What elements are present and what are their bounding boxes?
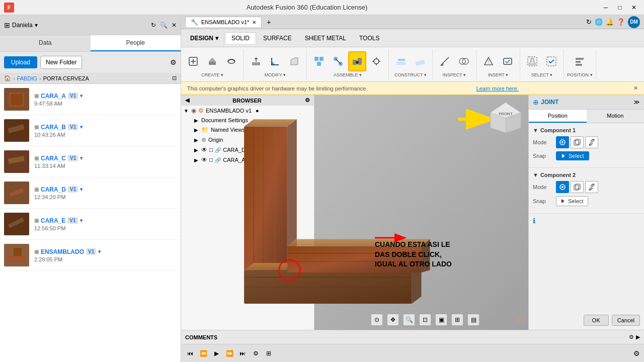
create-new-component-btn[interactable] <box>184 51 202 71</box>
user-info[interactable]: ⊞ Daniela ▾ <box>4 21 38 29</box>
mode-link-btn-2[interactable] <box>585 181 598 193</box>
display-settings-btn[interactable]: ▣ <box>435 314 447 326</box>
list-item[interactable]: ▣ CARA_A V1 ▾ 9:47:58 AM <box>0 84 181 115</box>
component2-collapse-icon[interactable]: ▼ <box>533 172 538 178</box>
settings-icon[interactable]: ⚙ <box>170 58 177 66</box>
tab-position[interactable]: Position <box>529 110 587 123</box>
navigation-cube[interactable]: FRONT <box>488 100 523 135</box>
design-dropdown[interactable]: DESIGN ▾ <box>185 28 224 48</box>
list-item[interactable]: ▣ CARA_E V1 ▾ 12:56:50 PM <box>0 209 181 240</box>
notification-icon[interactable]: 🔔 <box>606 18 614 26</box>
offset-plane-btn[interactable] <box>392 51 410 71</box>
version-dropdown-icon[interactable]: ▾ <box>80 93 83 99</box>
timeline-settings-right[interactable]: ⚙ <box>633 349 640 357</box>
timeline-prev-btn[interactable]: ⏪ <box>198 348 208 358</box>
select-filter-btn[interactable] <box>523 51 541 71</box>
version-dropdown-icon[interactable]: ▾ <box>80 124 83 130</box>
tab-tools[interactable]: TOOLS <box>353 33 385 44</box>
version-dropdown-icon[interactable]: ▾ <box>80 155 83 161</box>
viewport[interactable]: ◀ BROWSER ⚙ ▼ ◉ ⚙ ENSAMBLADO v1 ● ▶ D <box>181 95 528 330</box>
close-button[interactable]: ✕ <box>628 2 640 14</box>
timeline-step-icon[interactable]: ⊞ <box>264 348 274 358</box>
mode-link-btn-1[interactable] <box>585 136 598 148</box>
press-pull-btn[interactable] <box>247 51 265 71</box>
tab-data[interactable]: Data <box>0 35 91 51</box>
new-component-btn[interactable] <box>310 51 328 71</box>
list-item[interactable]: ▣ CARA_C V1 ▾ 11:33:14 AM <box>0 146 181 177</box>
align-btn[interactable] <box>571 51 589 71</box>
timeline-settings-icon[interactable]: ⚙ <box>251 348 261 358</box>
performance-warning-icon[interactable]: ⚠ <box>517 314 524 324</box>
mode-copy-btn-2[interactable] <box>571 181 584 193</box>
browser-collapse-icon[interactable]: ◀ <box>185 97 189 104</box>
tab-item[interactable]: 🔧 ENSAMBLADO v1* ✕ <box>185 17 262 27</box>
list-item[interactable]: ▣ CARA_D V1 ▾ 12:34:20 PM <box>0 177 181 209</box>
home-tab-icon[interactable]: 🌐 <box>595 18 603 26</box>
close-panel-icon[interactable]: ✕ <box>172 22 177 29</box>
fit-btn[interactable]: ⊡ <box>419 314 431 326</box>
measure-btn[interactable] <box>436 51 454 71</box>
tab-close-icon[interactable]: ✕ <box>252 20 256 25</box>
select-box-btn[interactable] <box>542 51 560 71</box>
timeline-next-btn[interactable]: ⏩ <box>224 348 234 358</box>
mode-copy-btn-1[interactable] <box>571 136 584 148</box>
help-icon[interactable]: ❓ <box>617 18 625 26</box>
timeline-end-btn[interactable]: ⏭ <box>237 348 248 358</box>
list-item[interactable]: ▣ ENSAMBLADO V1 ▾ 2:29:05 PM <box>0 240 181 271</box>
insert-mesh-btn[interactable] <box>479 51 498 71</box>
plane-btn[interactable] <box>411 51 429 71</box>
learn-more-link[interactable]: Learn more here. <box>476 85 519 92</box>
version-dropdown-icon[interactable]: ▾ <box>80 218 83 223</box>
chamfer-btn[interactable] <box>285 51 303 71</box>
refresh-tab-icon[interactable]: ↻ <box>586 18 592 26</box>
grid-btn[interactable]: ⊞ <box>451 314 463 326</box>
zoom-btn[interactable]: 🔍 <box>403 314 415 326</box>
breadcrumb-options-icon[interactable]: ⊡ <box>172 75 177 81</box>
maximize-button[interactable]: □ <box>614 2 626 14</box>
joint-origin-btn[interactable] <box>367 51 385 71</box>
display-mode-btn[interactable]: ▤ <box>467 314 479 326</box>
revolve-btn[interactable] <box>222 51 240 71</box>
upload-button[interactable]: Upload <box>4 56 37 68</box>
browser-options-icon[interactable]: ⚙ <box>305 97 310 104</box>
tab-sheet-metal[interactable]: SHEET METAL <box>299 33 352 44</box>
tab-people[interactable]: People <box>91 35 181 51</box>
search-icon[interactable]: 🔍 <box>160 22 168 29</box>
breadcrumb-fabdig[interactable]: FABDIG <box>17 75 37 81</box>
refresh-icon[interactable]: ↻ <box>151 22 156 29</box>
comments-collapse-icon[interactable]: ▶ <box>636 334 640 340</box>
mode-snap-btn-1[interactable] <box>556 136 569 148</box>
user-avatar[interactable]: DM <box>628 16 640 28</box>
joint-panel-expand-icon[interactable]: ≫ <box>633 99 640 106</box>
pan-btn[interactable]: ✥ <box>387 314 399 326</box>
component2-select-button[interactable]: Select <box>556 196 588 206</box>
3d-model[interactable] <box>181 112 471 313</box>
insert-svg-btn[interactable] <box>499 51 517 71</box>
interference-btn[interactable] <box>455 51 473 71</box>
comments-options-icon[interactable]: ⚙ <box>629 334 634 340</box>
mode-snap-btn-2[interactable] <box>556 181 569 193</box>
list-item[interactable]: ▣ CARA_B V1 ▾ 10:43:26 AM <box>0 115 181 146</box>
as-built-joint-btn[interactable] <box>348 51 366 71</box>
timeline-play-btn[interactable]: ▶ <box>211 348 221 358</box>
version-dropdown-icon[interactable]: ▾ <box>98 249 101 254</box>
component1-collapse-icon[interactable]: ▼ <box>533 127 538 133</box>
tab-surface[interactable]: SURFACE <box>257 33 298 44</box>
tab-add-icon[interactable]: + <box>264 17 274 27</box>
warning-close-icon[interactable]: ✕ <box>633 85 638 92</box>
cancel-button[interactable]: Cancel <box>612 315 640 326</box>
joint-btn[interactable] <box>329 51 347 71</box>
minimize-button[interactable]: ─ <box>600 2 612 14</box>
version-dropdown-icon[interactable]: ▾ <box>80 187 83 192</box>
home-icon[interactable]: 🏠 <box>4 75 11 81</box>
tab-motion[interactable]: Motion <box>587 110 645 123</box>
info-icon[interactable]: ℹ <box>533 217 535 225</box>
timeline-start-btn[interactable]: ⏮ <box>185 348 195 358</box>
extrude-btn[interactable] <box>203 51 221 71</box>
fillet-btn[interactable] <box>266 51 284 71</box>
component1-select-button[interactable]: Select <box>556 151 589 160</box>
tab-solid[interactable]: SOLID <box>225 32 256 44</box>
ok-button[interactable]: OK <box>584 315 609 326</box>
orbit-btn[interactable]: ⊙ <box>371 314 383 326</box>
new-folder-button[interactable]: New Folder <box>40 56 82 69</box>
